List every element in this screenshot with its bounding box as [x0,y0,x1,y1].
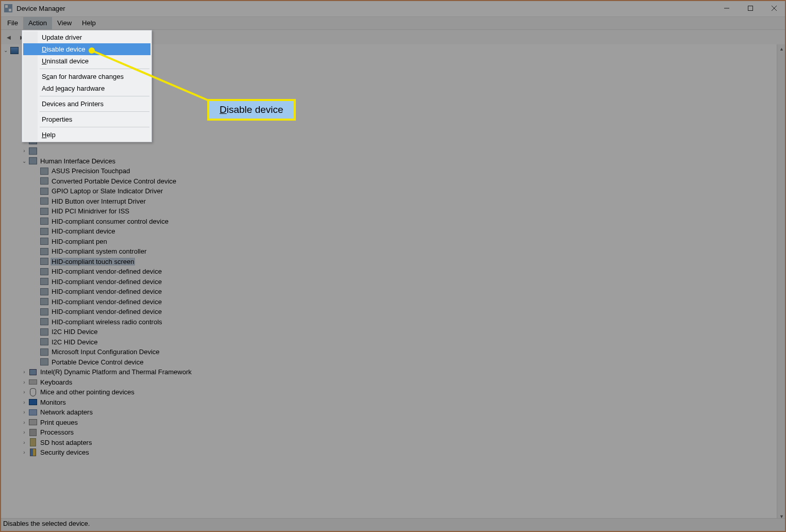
tree-device[interactable]: Converted Portable Device Control device [0,176,777,187]
node-label: HID-compliant system controller [51,247,147,255]
tree-category[interactable]: ›Security devices [0,447,777,458]
tree-device[interactable]: GPIO Laptop or Slate Indicator Driver [0,186,777,196]
tree-device[interactable]: HID Button over Interrupt Driver [0,196,777,207]
menu-item-scan-hardware[interactable]: Scan for hardware changes [23,71,150,82]
menu-separator [40,111,149,112]
tree-category-collapsed[interactable]: › [0,146,777,156]
scroll-up-icon[interactable]: ▲ [777,44,786,53]
expand-icon[interactable]: › [21,148,28,154]
menu-file[interactable]: File [2,17,23,29]
node-icon [29,398,37,406]
node-icon [40,257,48,265]
device-manager-window: Device Manager File Action View Help ◄ ►… [0,0,786,532]
menu-item-properties[interactable]: Properties [23,113,150,125]
tree-category[interactable]: ›Mice and other pointing devices [0,387,777,397]
menu-help[interactable]: Help [77,17,101,29]
menu-separator [40,96,149,96]
node-icon [40,328,48,336]
node-label: HID Button over Interrupt Driver [51,197,147,205]
menu-view[interactable]: View [52,17,77,29]
device-manager-icon [4,4,12,12]
tree-category[interactable]: ›Processors [0,427,777,438]
back-icon[interactable]: ◄ [3,31,14,43]
tree-device[interactable]: I2C HID Device [0,337,777,347]
tree-device[interactable]: HID-compliant vendor-defined device [0,287,777,297]
tree-category[interactable]: ›Network adapters [0,407,777,418]
tree-device[interactable]: I2C HID Device [0,327,777,337]
expand-icon[interactable]: › [21,429,28,435]
tree-device[interactable]: HID-compliant device [0,226,777,237]
tree-device[interactable]: Microsoft Input Configuration Device [0,347,777,357]
node-label: Security devices [39,448,90,456]
window-title: Device Manager [16,5,65,12]
tree-device[interactable]: Portable Device Control device [0,357,777,368]
close-button[interactable] [762,0,786,16]
node-icon [40,277,48,286]
menu-item-add-legacy[interactable]: Add legacy hardware [23,82,150,94]
callout: Disable device [207,99,296,121]
tree-category[interactable]: ›Print queues [0,418,777,428]
expand-icon[interactable]: › [21,369,28,375]
tree-category[interactable]: ›Keyboards [0,377,777,388]
node-icon [40,358,48,366]
node-label: HID-compliant vendor-defined device [51,278,163,286]
node-icon [29,378,37,386]
expand-icon[interactable]: › [21,379,28,385]
tree-device[interactable]: HID-compliant vendor-defined device [0,297,777,307]
node-icon [40,288,48,296]
node-label: Converted Portable Device Control device [51,177,177,185]
action-menu-dropdown: Update driver Disable device Uninstall d… [22,30,152,142]
node-icon [40,237,48,245]
node-icon [29,448,37,457]
node-icon [40,318,48,326]
node-label: HID-compliant vendor-defined device [51,298,163,306]
node-icon [40,297,48,306]
window-buttons [715,0,786,16]
tree-device[interactable]: HID-compliant system controller [0,246,777,257]
tree-category[interactable]: ›Monitors [0,397,777,408]
expand-icon[interactable]: ⌄ [21,158,28,164]
tree-category[interactable]: ›SD host adapters [0,438,777,448]
tree-device[interactable]: HID-compliant consumer control device [0,217,777,227]
tree-category[interactable]: ›Intel(R) Dynamic Platform and Thermal F… [0,367,777,377]
node-icon [40,207,48,215]
tree-device[interactable]: HID PCI Minidriver for ISS [0,206,777,217]
expand-icon[interactable]: › [21,400,28,405]
node-icon [40,177,48,185]
tree-device[interactable]: HID-compliant vendor-defined device [0,267,777,277]
tree-device[interactable]: HID-compliant vendor-defined device [0,277,777,287]
tree-category-hid[interactable]: ⌄Human Interface Devices [0,156,777,167]
expand-icon[interactable]: › [21,409,28,415]
menu-item-uninstall-device[interactable]: Uninstall device [23,55,150,67]
node-label: HID-compliant pen [51,238,108,245]
node-icon [40,217,48,225]
node-label: ASUS Precision Touchpad [51,167,131,175]
menu-item-disable-device[interactable]: Disable device [23,43,150,55]
minimize-button[interactable] [715,0,739,16]
node-icon [40,348,48,356]
expand-icon[interactable]: ⌄ [2,47,9,53]
expand-icon[interactable]: › [21,440,28,445]
maximize-button[interactable] [739,0,762,16]
vertical-scrollbar[interactable]: ▲ ▼ [777,44,786,521]
tree-device[interactable]: HID-compliant wireless radio controls [0,317,777,327]
tree-device[interactable]: HID-compliant vendor-defined device [0,307,777,317]
menu-action[interactable]: Action [23,17,52,29]
node-icon [29,147,37,155]
node-label: Human Interface Devices [39,157,116,165]
node-label: Network adapters [39,408,94,416]
node-label: Mice and other pointing devices [39,388,136,396]
expand-icon[interactable]: › [21,420,28,425]
menu-item-help[interactable]: Help [23,129,150,141]
menu-item-update-driver[interactable]: Update driver [23,31,150,43]
menu-item-devices-printers[interactable]: Devices and Printers [23,98,150,110]
tree-device[interactable]: HID-compliant touch screen [0,257,777,267]
node-label: Keyboards [39,378,73,386]
node-icon [40,308,48,316]
tree-device[interactable]: HID-compliant pen [0,237,777,247]
node-label: HID-compliant touch screen [51,258,135,265]
node-label: Microsoft Input Configuration Device [51,348,161,356]
expand-icon[interactable]: › [21,389,28,395]
tree-device[interactable]: ASUS Precision Touchpad [0,166,777,176]
expand-icon[interactable]: › [21,450,28,455]
